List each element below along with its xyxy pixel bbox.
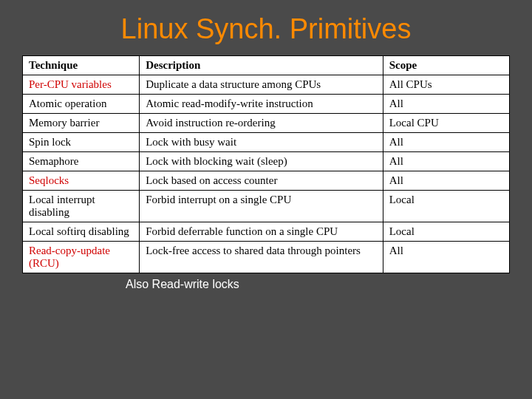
table-header-row: Technique Description Scope [23,56,510,75]
cell-scope: Local [383,191,509,222]
footnote: Also Read-write locks [126,278,510,291]
cell-description: Lock with blocking wait (sleep) [140,152,383,171]
cell-description: Atomic read-modify-write instruction [140,95,383,114]
cell-technique: Read-copy-update (RCU) [23,242,140,273]
cell-technique: Spin lock [23,133,140,152]
cell-technique: Atomic operation [23,95,140,114]
cell-description: Lock-free access to shared data through … [140,242,383,273]
cell-description: Forbid interrupt on a single CPU [140,191,383,222]
cell-scope: All [383,152,509,171]
cell-technique: Local softirq disabling [23,222,140,242]
cell-technique: Per-CPU variables [23,75,140,95]
primitives-table: Technique Description Scope Per-CPU vari… [22,55,510,273]
table-row: Per-CPU variables Duplicate a data struc… [23,75,510,95]
cell-scope: All [383,95,509,114]
cell-technique: Seqlocks [23,171,140,191]
cell-scope: Local CPU [383,114,509,133]
table-row: Local interrupt disabling Forbid interru… [23,191,510,222]
table-row: Atomic operation Atomic read-modify-writ… [23,95,510,114]
table-row: Seqlocks Lock based on access counter Al… [23,171,510,191]
cell-technique: Local interrupt disabling [23,191,140,222]
col-header-description: Description [140,56,383,75]
cell-description: Lock with busy wait [140,133,383,152]
cell-scope: Local [383,222,509,242]
cell-description: Duplicate a data structure among CPUs [140,75,383,95]
cell-scope: All [383,171,509,191]
cell-scope: All [383,133,509,152]
table-row: Spin lock Lock with busy wait All [23,133,510,152]
table-row: Read-copy-update (RCU) Lock-free access … [23,242,510,273]
cell-technique: Memory barrier [23,114,140,133]
table-row: Local softirq disabling Forbid deferrabl… [23,222,510,242]
slide: Linux Synch. Primitives Technique Descri… [0,0,532,399]
cell-scope: All [383,242,509,273]
table-row: Memory barrier Avoid instruction re-orde… [23,114,510,133]
cell-technique: Semaphore [23,152,140,171]
cell-description: Lock based on access counter [140,171,383,191]
cell-description: Forbid deferrable function on a single C… [140,222,383,242]
cell-description: Avoid instruction re-ordering [140,114,383,133]
page-title: Linux Synch. Primitives [22,13,510,45]
col-header-scope: Scope [383,56,509,75]
table-row: Semaphore Lock with blocking wait (sleep… [23,152,510,171]
cell-scope: All CPUs [383,75,509,95]
col-header-technique: Technique [23,56,140,75]
